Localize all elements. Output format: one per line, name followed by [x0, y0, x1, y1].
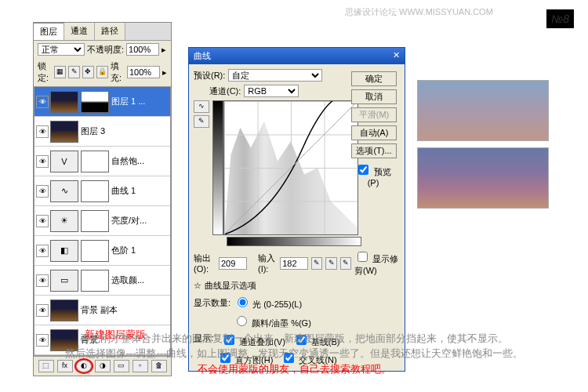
input-label: 输入(I): — [258, 252, 277, 274]
tab-layers[interactable]: 图层 — [34, 23, 64, 40]
close-icon[interactable]: ✕ — [393, 50, 400, 62]
layer-row[interactable]: 👁☀亮度/对... — [34, 206, 170, 236]
show-amount-label: 显示数量: — [194, 297, 230, 309]
mask-thumbnail[interactable] — [81, 91, 109, 113]
mask-thumbnail[interactable] — [81, 210, 109, 232]
channel-select[interactable]: RGB — [244, 85, 299, 97]
sky-preview-before — [417, 80, 549, 141]
adjustment-icon[interactable]: ∿ — [50, 180, 78, 202]
white-eyedropper-icon[interactable]: ✎ — [340, 257, 351, 270]
gray-eyedropper-icon[interactable]: ✎ — [325, 257, 336, 270]
layer-row[interactable]: 👁图层 3 — [34, 117, 170, 147]
adjustment-icon[interactable]: ◧ — [50, 240, 78, 262]
output-gradient — [212, 100, 223, 235]
ok-button[interactable]: 确定 — [351, 71, 397, 86]
mask-thumbnail[interactable] — [81, 151, 109, 172]
input-gradient — [227, 237, 361, 246]
layer-name-label[interactable]: 自然饱... — [111, 155, 169, 167]
fill-arrow-icon[interactable]: ▸ — [162, 67, 167, 78]
output-input[interactable] — [219, 257, 247, 270]
layer-thumbnail[interactable] — [50, 91, 78, 113]
layer-row[interactable]: 👁图层 1 ... — [34, 87, 170, 117]
mask-thumbnail[interactable] — [81, 180, 109, 202]
panel-tabs: 图层 通道 路径 — [34, 23, 171, 41]
layer-name-label[interactable]: 背景 副本 — [81, 304, 169, 316]
mask-thumbnail[interactable] — [81, 270, 109, 292]
visibility-eye-icon[interactable]: 👁 — [36, 96, 49, 108]
opacity-arrow-icon[interactable]: ▸ — [162, 45, 166, 55]
pencil-tool-icon[interactable]: ✎ — [194, 115, 209, 128]
pigment-radio[interactable]: 颜料/油墨 %(G) — [233, 314, 311, 329]
light-radio[interactable]: 光 (0-255)(L) — [234, 295, 302, 310]
lock-paint-icon[interactable]: ✎ — [68, 66, 80, 78]
black-eyedropper-icon[interactable]: ✎ — [311, 257, 322, 270]
visibility-eye-icon[interactable]: 👁 — [36, 304, 49, 317]
adjustment-icon[interactable]: ☀ — [50, 210, 78, 232]
curve-path — [224, 101, 358, 234]
layers-panel: 图层 通道 路径 正常 不透明度: ▸ 锁定: ▦ ✎ ✥ 🔒 填充: ▸ 👁图… — [33, 22, 172, 376]
watermark-text: 思缘设计论坛 WWW.MISSYUAN.COM — [345, 6, 493, 18]
visibility-eye-icon[interactable]: 👁 — [36, 155, 49, 168]
layer-row[interactable]: 👁背景 副本 — [34, 296, 170, 325]
layer-name-label[interactable]: 选取颜... — [111, 274, 169, 286]
lock-move-icon[interactable]: ✥ — [82, 66, 94, 78]
preset-label: 预设(R): — [194, 70, 225, 82]
preset-select[interactable]: 自定 — [228, 69, 322, 82]
visibility-eye-icon[interactable]: 👁 — [36, 185, 49, 198]
layer-name-label[interactable]: 图层 1 ... — [111, 96, 169, 107]
adjustment-icon[interactable]: V — [50, 151, 78, 172]
svg-line-0 — [224, 101, 358, 234]
input-input[interactable] — [280, 257, 308, 270]
tab-channels[interactable]: 通道 — [64, 23, 95, 40]
mask-thumbnail[interactable] — [81, 240, 109, 262]
sky-preview-after — [417, 147, 549, 209]
curve-tool-icon[interactable]: ∿ — [194, 100, 209, 113]
lock-all-icon[interactable]: 🔒 — [96, 66, 108, 78]
curve-graph[interactable] — [223, 100, 358, 235]
options-button[interactable]: 选项(T)... — [351, 143, 397, 158]
curve-options-label[interactable]: 曲线显示选项 — [205, 280, 256, 292]
layer-row[interactable]: 👁V自然饱... — [34, 147, 170, 176]
visibility-eye-icon[interactable]: 👁 — [36, 245, 49, 257]
lock-transparency-icon[interactable]: ▦ — [54, 66, 66, 78]
dialog-titlebar[interactable]: 曲线 ✕ — [189, 48, 405, 64]
layer-name-label[interactable]: 亮度/对... — [111, 215, 169, 227]
visibility-eye-icon[interactable]: 👁 — [36, 215, 49, 227]
adjustment-icon[interactable]: ▭ — [50, 270, 78, 292]
channel-label: 通道(C): — [209, 85, 241, 97]
layer-row[interactable]: 👁◧色阶 1 — [34, 236, 170, 266]
layer-name-label[interactable]: 曲线 1 — [111, 185, 169, 197]
caption-text: 再把刚才整体合并出来的图层复制一个出来，新建图层蒙版，把地面部分挡起来，使其不显… — [0, 331, 588, 377]
fill-label: 填充: — [111, 60, 125, 84]
blend-mode-select[interactable]: 正常 — [38, 43, 85, 56]
opacity-input[interactable] — [126, 43, 159, 56]
layers-list: 👁图层 1 ...👁图层 3👁V自然饱...👁∿曲线 1👁☀亮度/对...👁◧色… — [34, 86, 171, 356]
fill-input[interactable] — [127, 66, 160, 78]
layer-row[interactable]: 👁▭选取颜... — [34, 266, 170, 296]
page-number: №8 — [546, 9, 574, 28]
tab-paths[interactable]: 路径 — [95, 23, 125, 40]
lock-label: 锁定: — [38, 60, 52, 84]
output-label: 输出(O): — [194, 252, 216, 274]
visibility-eye-icon[interactable]: 👁 — [36, 125, 49, 138]
layer-name-label[interactable]: 色阶 1 — [111, 245, 169, 256]
auto-button[interactable]: 自动(A) — [351, 125, 397, 140]
show-clip-checkbox[interactable]: 显示修剪(W) — [354, 249, 400, 277]
cancel-button[interactable]: 取消 — [351, 89, 397, 104]
preview-checkbox[interactable]: 预览(P) — [351, 162, 395, 188]
layer-thumbnail[interactable] — [50, 121, 78, 143]
layer-row[interactable]: 👁∿曲线 1 — [34, 176, 170, 206]
dialog-title: 曲线 — [194, 50, 211, 62]
visibility-eye-icon[interactable]: 👁 — [36, 274, 49, 287]
layer-name-label[interactable]: 图层 3 — [81, 125, 169, 137]
curves-dialog: 曲线 ✕ 预设(R): 自定 通道(C): RGB ∿ ✎ — [188, 47, 405, 372]
smooth-button[interactable]: 平滑(M) — [351, 107, 397, 122]
opacity-label: 不透明度: — [87, 44, 124, 56]
layer-thumbnail[interactable] — [50, 299, 78, 321]
